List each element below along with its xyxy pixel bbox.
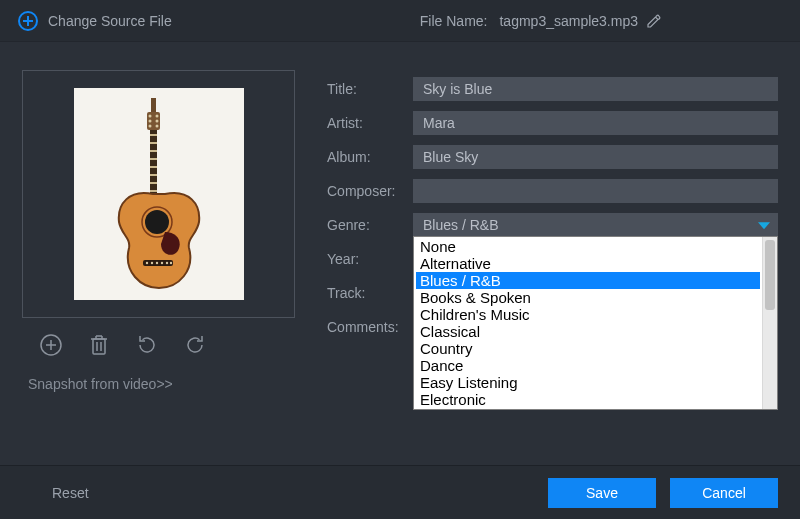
svg-point-20 xyxy=(145,262,147,264)
dropdown-scrollbar[interactable] xyxy=(762,237,777,409)
svg-rect-0 xyxy=(151,98,156,112)
chevron-down-icon xyxy=(758,222,770,229)
svg-rect-13 xyxy=(150,166,157,168)
genre-option[interactable]: Dance xyxy=(416,357,760,374)
filename-value: tagmp3_sample3.mp3 xyxy=(499,13,638,29)
genre-option[interactable]: Books & Spoken xyxy=(416,289,760,306)
filename-label: File Name: xyxy=(420,13,488,29)
genre-dropdown[interactable]: NoneAlternativeBlues / R&BBooks & Spoken… xyxy=(413,236,778,410)
composer-label: Composer: xyxy=(327,183,413,199)
svg-point-4 xyxy=(148,120,151,123)
add-artwork-button[interactable] xyxy=(38,332,64,358)
artist-label: Artist: xyxy=(327,115,413,131)
main-area: Snapshot from video>> Title: Artist: Alb… xyxy=(0,42,800,465)
track-label: Track: xyxy=(327,285,413,301)
svg-point-25 xyxy=(169,262,171,264)
svg-rect-16 xyxy=(150,190,157,192)
artist-input[interactable] xyxy=(413,111,778,135)
svg-point-3 xyxy=(155,115,158,118)
genre-option-list: NoneAlternativeBlues / R&BBooks & Spoken… xyxy=(414,237,762,409)
left-panel: Snapshot from video>> xyxy=(22,70,297,465)
plus-circle-icon xyxy=(18,11,38,31)
rotate-cw-button[interactable] xyxy=(182,332,208,358)
svg-point-21 xyxy=(150,262,152,264)
year-label: Year: xyxy=(327,251,413,267)
genre-option[interactable]: None xyxy=(416,238,760,255)
svg-rect-12 xyxy=(150,158,157,160)
genre-option[interactable]: Children's Music xyxy=(416,306,760,323)
album-art-image xyxy=(74,88,244,300)
svg-rect-8 xyxy=(150,130,157,200)
row-genre: Genre: Blues / R&B xyxy=(327,212,778,238)
scrollbar-thumb[interactable] xyxy=(765,240,775,310)
genre-option[interactable]: Electronic xyxy=(416,391,760,408)
svg-point-6 xyxy=(148,125,151,128)
svg-rect-10 xyxy=(150,142,157,144)
svg-point-24 xyxy=(165,262,167,264)
svg-rect-15 xyxy=(150,182,157,184)
svg-rect-29 xyxy=(93,339,105,354)
bottom-bar: Reset Save Cancel xyxy=(0,465,800,519)
reset-button[interactable]: Reset xyxy=(22,479,119,507)
rotate-ccw-button[interactable] xyxy=(134,332,160,358)
comments-label: Comments: xyxy=(327,319,413,335)
title-label: Title: xyxy=(327,81,413,97)
svg-rect-9 xyxy=(150,134,157,136)
genre-option[interactable]: Blues / R&B xyxy=(416,272,760,289)
top-bar: Change Source File File Name: tagmp3_sam… xyxy=(0,0,800,42)
genre-label: Genre: xyxy=(327,217,413,233)
svg-point-2 xyxy=(148,115,151,118)
file-name-display: File Name: tagmp3_sample3.mp3 xyxy=(420,13,662,29)
change-source-label: Change Source File xyxy=(48,13,172,29)
genre-option[interactable]: Easy Listening xyxy=(416,374,760,391)
album-input[interactable] xyxy=(413,145,778,169)
svg-point-7 xyxy=(155,125,158,128)
album-label: Album: xyxy=(327,149,413,165)
svg-point-23 xyxy=(160,262,162,264)
album-art-frame xyxy=(22,70,295,318)
cancel-button[interactable]: Cancel xyxy=(670,478,778,508)
genre-option[interactable]: Country xyxy=(416,340,760,357)
genre-option[interactable]: Classical xyxy=(416,323,760,340)
save-button[interactable]: Save xyxy=(548,478,656,508)
metadata-form: Title: Artist: Album: Composer: Genre: B… xyxy=(327,70,778,465)
svg-rect-11 xyxy=(150,150,157,152)
rename-file-button[interactable] xyxy=(646,13,662,29)
artwork-tool-row xyxy=(22,332,297,358)
delete-artwork-button[interactable] xyxy=(86,332,112,358)
svg-point-17 xyxy=(145,210,169,234)
row-title: Title: xyxy=(327,76,778,102)
snapshot-from-video-link[interactable]: Snapshot from video>> xyxy=(22,376,297,392)
change-source-file-button[interactable]: Change Source File xyxy=(18,11,172,31)
genre-select[interactable]: Blues / R&B xyxy=(413,213,778,237)
row-composer: Composer: xyxy=(327,178,778,204)
title-input[interactable] xyxy=(413,77,778,101)
row-artist: Artist: xyxy=(327,110,778,136)
svg-rect-14 xyxy=(150,174,157,176)
svg-point-5 xyxy=(155,120,158,123)
row-album: Album: xyxy=(327,144,778,170)
svg-point-22 xyxy=(155,262,157,264)
composer-input[interactable] xyxy=(413,179,778,203)
genre-select-value: Blues / R&B xyxy=(423,217,498,233)
genre-option[interactable]: Alternative xyxy=(416,255,760,272)
